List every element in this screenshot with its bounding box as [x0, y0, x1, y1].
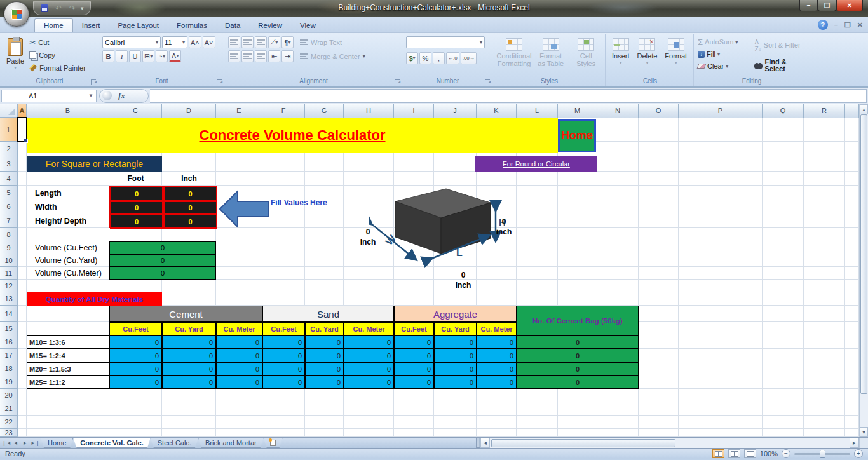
grid-cell[interactable] — [477, 292, 517, 306]
tab-split-handle[interactable] — [476, 438, 480, 448]
row-header[interactable]: 8 — [0, 228, 18, 241]
grid-cell[interactable] — [344, 292, 394, 306]
grid-cell[interactable] — [639, 186, 679, 200]
grid-cell[interactable] — [845, 429, 859, 437]
grid-cell[interactable] — [18, 306, 27, 322]
grid-cell[interactable] — [162, 389, 216, 402]
align-right-button[interactable] — [255, 50, 267, 62]
grid-cell[interactable] — [305, 172, 344, 186]
grid-cell[interactable] — [517, 416, 558, 429]
grid-cell[interactable] — [517, 213, 558, 228]
grid-cell[interactable] — [804, 118, 845, 142]
column-header[interactable]: L — [517, 104, 558, 118]
grid-cell[interactable] — [679, 416, 763, 429]
grid-cell[interactable] — [639, 349, 679, 362]
grid-cell[interactable] — [597, 186, 639, 200]
grid-cell[interactable] — [517, 228, 558, 241]
material-value-cell[interactable]: 0 — [434, 362, 477, 375]
grid-cell[interactable] — [597, 429, 639, 437]
grid-cell[interactable] — [763, 416, 804, 429]
ribbon-tab[interactable]: Review — [249, 19, 291, 32]
grid-cell[interactable] — [597, 389, 639, 402]
material-value-cell[interactable]: 0 — [216, 362, 262, 375]
grid-cell[interactable] — [18, 213, 27, 228]
material-value-cell[interactable]: 0 — [477, 335, 517, 349]
clear-button[interactable]: Clear — [698, 60, 752, 72]
grid-cell[interactable] — [597, 267, 639, 280]
grid-cell[interactable] — [763, 228, 804, 241]
grid-cell[interactable] — [804, 241, 845, 254]
material-value-cell[interactable]: 0 — [394, 335, 434, 349]
grid-cell[interactable] — [216, 389, 262, 402]
material-value-cell[interactable]: 0 — [162, 335, 216, 349]
material-value-cell[interactable]: 0 — [109, 335, 162, 349]
grid-cell[interactable] — [763, 186, 804, 200]
grid-cell[interactable] — [679, 142, 763, 156]
grid-cell[interactable] — [344, 429, 394, 437]
insert-cells-button[interactable]: Insert — [609, 36, 632, 77]
volume-cumeter-label[interactable]: Volume (Cu.Meter) — [27, 267, 109, 280]
grid-cell[interactable] — [597, 142, 639, 156]
formula-input[interactable] — [150, 89, 867, 103]
grid-cell[interactable] — [262, 402, 305, 416]
volume-cumeter-value[interactable]: 0 — [109, 267, 216, 280]
column-header[interactable]: F — [262, 104, 305, 118]
hscroll-right-icon[interactable]: ► — [850, 438, 859, 448]
volume-cuyard-label[interactable]: Volume (Cu.Yard) — [27, 254, 109, 267]
grid-cell[interactable] — [262, 156, 305, 172]
row-header[interactable]: 10 — [0, 254, 18, 267]
font-size-combo[interactable]: 11 — [162, 36, 187, 48]
clipboard-dialog-launcher[interactable] — [91, 79, 96, 85]
grid-cell[interactable] — [845, 402, 859, 416]
grid-cell[interactable] — [558, 389, 597, 402]
material-value-cell[interactable]: 0 — [216, 335, 262, 349]
active-cell-selection[interactable] — [17, 117, 27, 142]
width-foot-input[interactable]: 0 — [110, 201, 163, 214]
grid-cell[interactable] — [434, 416, 477, 429]
grow-font-button[interactable]: A˄ — [189, 36, 201, 48]
grid-cell[interactable] — [845, 362, 859, 375]
row-header[interactable]: 13 — [0, 292, 18, 306]
row-header[interactable]: 6 — [0, 200, 18, 213]
grid-cell[interactable] — [804, 375, 845, 389]
material-value-cell[interactable]: 0 — [109, 375, 162, 389]
column-header-partial[interactable] — [845, 104, 859, 118]
sheet-tab[interactable]: Brick and Mortar — [198, 438, 264, 448]
grid-cell[interactable] — [216, 241, 262, 254]
home-link-cell[interactable]: Home — [558, 119, 596, 152]
grid-cell[interactable] — [517, 429, 558, 437]
grid-cell[interactable] — [845, 172, 859, 186]
grid-cell[interactable] — [639, 213, 679, 228]
grid-cell[interactable] — [845, 292, 859, 306]
grid-cell[interactable] — [804, 172, 845, 186]
material-value-cell[interactable]: 0 — [344, 362, 394, 375]
grid-cell[interactable] — [639, 254, 679, 267]
material-value-cell[interactable]: 0 — [477, 375, 517, 389]
ribbon-tab[interactable]: Page Layout — [109, 19, 168, 32]
volume-cufeet-label[interactable]: Volume (Cu.Feet) — [27, 241, 109, 254]
undo-button[interactable]: ↶ — [53, 3, 64, 13]
grid-cell[interactable] — [18, 322, 27, 335]
grid-cell[interactable] — [845, 322, 859, 335]
workbook-close-icon[interactable]: ✕ — [857, 21, 863, 29]
mix-ratio-label[interactable]: M25= 1:1:2 — [27, 375, 109, 389]
next-sheet-icon[interactable]: ► — [21, 440, 29, 446]
grid-cell[interactable] — [517, 172, 558, 186]
normal-view-button[interactable] — [712, 449, 724, 458]
grid-cell[interactable] — [18, 292, 27, 306]
grid-cell[interactable] — [558, 280, 597, 292]
accounting-format-button[interactable]: $ — [406, 52, 418, 64]
grid-cell[interactable] — [262, 429, 305, 437]
increase-decimal-button[interactable]: ←.0 — [446, 52, 459, 64]
grid-cell[interactable] — [804, 200, 845, 213]
column-header[interactable]: C — [109, 104, 162, 118]
grid-cell[interactable] — [804, 186, 845, 200]
column-header[interactable]: M — [558, 104, 597, 118]
italic-button[interactable]: I — [116, 50, 128, 62]
grid-cell[interactable] — [558, 186, 597, 200]
orientation-button[interactable]: ⟋ — [268, 36, 280, 48]
grid-cell[interactable] — [639, 335, 679, 349]
grid-cell[interactable] — [162, 402, 216, 416]
grid-cell[interactable] — [639, 306, 679, 322]
grid-cell[interactable] — [262, 267, 305, 280]
